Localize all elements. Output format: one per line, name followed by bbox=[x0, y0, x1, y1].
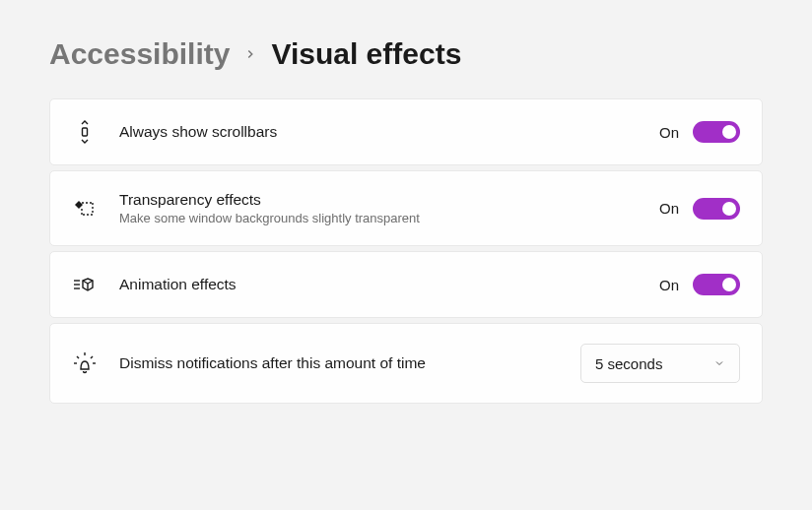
select-control: 5 seconds bbox=[580, 344, 740, 383]
setting-text: Dismiss notifications after this amount … bbox=[119, 354, 559, 372]
toggle-control: On bbox=[659, 121, 740, 143]
select-value: 5 seconds bbox=[595, 355, 662, 372]
setting-text: Always show scrollbars bbox=[119, 123, 638, 141]
page-title: Visual effects bbox=[271, 37, 461, 71]
toggle-state-label: On bbox=[659, 124, 679, 141]
svg-line-9 bbox=[91, 356, 93, 358]
setting-title: Always show scrollbars bbox=[119, 123, 638, 141]
toggle-state-label: On bbox=[659, 200, 679, 217]
setting-animation-effects: Animation effects On bbox=[49, 251, 763, 318]
svg-line-4 bbox=[83, 281, 88, 284]
breadcrumb-parent-link[interactable]: Accessibility bbox=[49, 37, 230, 71]
notification-dismiss-icon bbox=[72, 351, 98, 376]
setting-title: Dismiss notifications after this amount … bbox=[119, 354, 559, 372]
setting-title: Animation effects bbox=[119, 276, 638, 293]
setting-description: Make some window backgrounds slightly tr… bbox=[119, 211, 638, 225]
chevron-down-icon bbox=[713, 357, 725, 369]
toggle-control: On bbox=[659, 274, 740, 295]
setting-always-show-scrollbars: Always show scrollbars On bbox=[49, 98, 763, 165]
dismiss-time-select[interactable]: 5 seconds bbox=[580, 344, 740, 383]
transparency-toggle[interactable] bbox=[693, 198, 740, 220]
animation-toggle[interactable] bbox=[693, 274, 740, 295]
toggle-state-label: On bbox=[659, 277, 679, 293]
svg-line-8 bbox=[77, 356, 79, 358]
settings-list: Always show scrollbars On Transparency e… bbox=[49, 98, 763, 404]
scrollbar-icon bbox=[72, 119, 98, 145]
scrollbars-toggle[interactable] bbox=[693, 121, 740, 143]
svg-line-5 bbox=[88, 281, 93, 284]
svg-rect-0 bbox=[83, 128, 88, 136]
setting-dismiss-notifications: Dismiss notifications after this amount … bbox=[49, 323, 763, 404]
chevron-right-icon bbox=[243, 47, 257, 61]
setting-title: Transparency effects bbox=[119, 191, 638, 209]
setting-text: Animation effects bbox=[119, 276, 638, 293]
breadcrumb: Accessibility Visual effects bbox=[49, 37, 763, 71]
transparency-icon bbox=[72, 196, 98, 222]
setting-text: Transparency effects Make some window ba… bbox=[119, 191, 638, 225]
setting-transparency-effects: Transparency effects Make some window ba… bbox=[49, 170, 763, 246]
toggle-control: On bbox=[659, 198, 740, 220]
animation-icon bbox=[72, 272, 98, 297]
